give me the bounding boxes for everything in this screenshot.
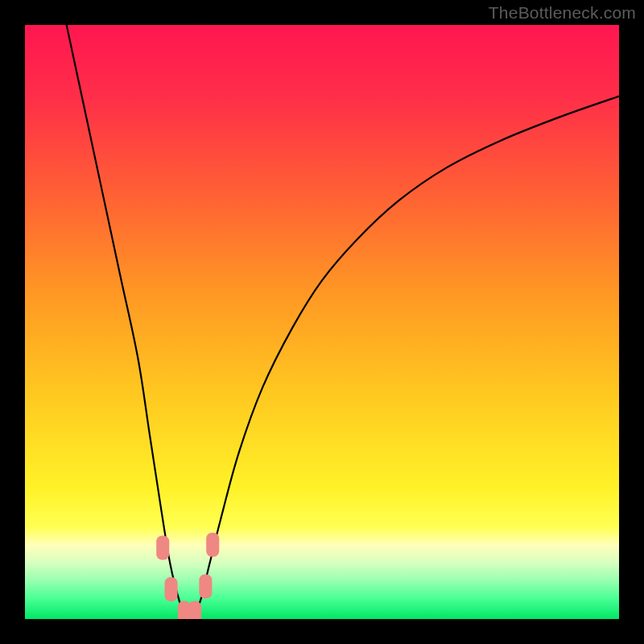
chart-frame: TheBottleneck.com bbox=[0, 0, 644, 644]
chart-canvas bbox=[25, 25, 619, 619]
watermark-label: TheBottleneck.com bbox=[489, 3, 636, 23]
plot-area bbox=[25, 25, 619, 619]
